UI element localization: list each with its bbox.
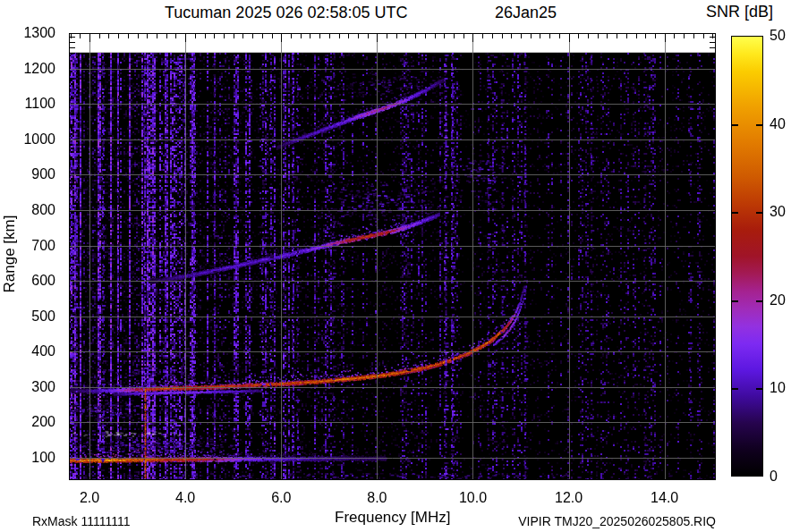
plot-title: Tucuman 2025 026 02:58:05 UTC (165, 4, 408, 22)
colorbar-tick-label: 40 (770, 116, 786, 132)
colorbar-tick-mark (756, 212, 762, 214)
colorbar-tick-mark (732, 212, 738, 214)
x-tick-label: 8.0 (350, 490, 404, 506)
ionogram-view: Tucuman 2025 026 02:58:05 UTC 26Jan25 SN… (0, 0, 791, 532)
colorbar-tick-mark (756, 300, 762, 302)
y-tick-label: 1100 (0, 96, 55, 112)
colorbar-tick-label: 50 (770, 28, 786, 44)
y-axis-title: Range [km] (1, 215, 19, 293)
plot-date: 26Jan25 (495, 4, 557, 22)
x-tick-label: 14.0 (638, 490, 692, 506)
colorbar-tick-mark (732, 388, 738, 390)
colorbar-title: SNR [dB] (706, 3, 773, 21)
y-tick-label: 1200 (0, 61, 55, 77)
y-tick-label: 300 (0, 379, 55, 395)
x-tick-label: 2.0 (63, 490, 116, 506)
y-tick-label: 200 (0, 414, 55, 430)
colorbar-tick-mark (732, 124, 738, 126)
y-tick-label: 500 (0, 308, 55, 325)
x-tick-label: 4.0 (158, 490, 212, 506)
ionogram-plot-area (69, 33, 716, 480)
colorbar-tick-mark (756, 388, 762, 390)
y-tick-label: 1300 (0, 25, 55, 41)
y-tick-label: 100 (0, 450, 55, 466)
colorbar-tick-label: 0 (770, 469, 778, 485)
x-tick-label: 6.0 (254, 490, 308, 506)
y-tick-label: 900 (0, 166, 55, 182)
ionogram-canvas (69, 33, 716, 480)
rx-mask-label: RxMask 11111111 (32, 514, 130, 528)
snr-colorbar (731, 36, 763, 477)
colorbar-tick-mark (756, 124, 762, 126)
x-tick-label: 12.0 (542, 490, 596, 506)
colorbar-tick-label: 30 (770, 204, 786, 220)
colorbar-tick-label: 10 (770, 380, 786, 396)
colorbar-tick-mark (732, 300, 738, 302)
colorbar-tick-label: 20 (770, 292, 786, 308)
data-file-label: VIPIR TMJ20_2025026025805.RIQ (518, 514, 716, 528)
colorbar-gradient (732, 37, 762, 476)
x-tick-label: 10.0 (446, 490, 499, 506)
x-axis-title: Frequency [MHz] (335, 509, 450, 527)
y-tick-label: 400 (0, 343, 55, 359)
y-tick-label: 1000 (0, 131, 55, 148)
